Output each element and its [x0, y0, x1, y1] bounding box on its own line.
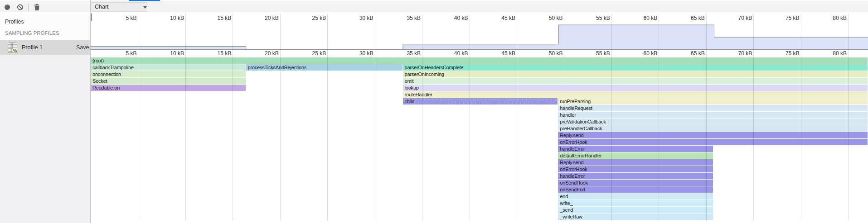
svg-text:%: % [13, 48, 17, 53]
